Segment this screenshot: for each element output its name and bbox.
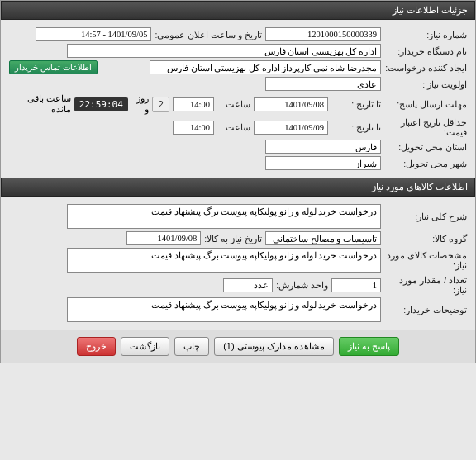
- priority-field[interactable]: [265, 77, 381, 91]
- resp-hour-field[interactable]: [173, 97, 214, 111]
- label-creator: ایجاد کننده درخواست:: [384, 63, 467, 73]
- need-date-field[interactable]: [126, 231, 201, 245]
- label-qty: تعداد / مقدار مورد نیاز:: [384, 275, 467, 295]
- label-to-date-2: تا تاریخ :: [331, 122, 381, 132]
- label-city: شهر محل تحویل:: [384, 159, 467, 168]
- need-info-header: جزئیات اطلاعات نیاز: [1, 1, 475, 20]
- label-days-and: روز و: [131, 93, 150, 115]
- label-priority: اولویت نیاز :: [384, 79, 467, 89]
- label-buyer-notes: توضیحات خریدار:: [384, 305, 467, 315]
- back-button[interactable]: بازگشت: [121, 337, 169, 356]
- buyer-notes-field[interactable]: [67, 297, 381, 322]
- announce-dt-field[interactable]: [36, 27, 151, 41]
- buyer-contact-button[interactable]: اطلاعات تماس خریدار: [9, 60, 98, 74]
- need-desc-field[interactable]: [67, 204, 381, 229]
- price-date-field[interactable]: [254, 121, 328, 135]
- countdown: 2 روز و 22:59:04 ساعت باقی مانده: [9, 93, 169, 115]
- creator-field[interactable]: [150, 60, 381, 74]
- label-hour-2: ساعت: [217, 122, 250, 132]
- label-resp-deadline: مهلت ارسال پاسخ:: [384, 99, 467, 109]
- label-goods-spec: مشخصات کالای مورد نیاز:: [384, 250, 467, 270]
- qty-field[interactable]: [331, 278, 381, 292]
- need-info-panel: شماره نیاز: تاریخ و ساعت اعلان عمومی: نا…: [1, 20, 475, 178]
- exit-button[interactable]: خروج: [77, 337, 116, 356]
- city-field[interactable]: [265, 156, 381, 170]
- price-hour-field[interactable]: [173, 121, 214, 135]
- goods-info-header: اطلاعات کالاهای مورد نیاز: [1, 178, 475, 197]
- label-need-date: تاریخ نیاز به کالا:: [204, 234, 262, 244]
- label-to-date-1: تا تاریخ :: [331, 99, 381, 109]
- reply-button[interactable]: پاسخ به نیاز: [339, 337, 399, 356]
- footer-toolbar: پاسخ به نیاز مشاهده مدارک پیوستی (1) چاپ…: [1, 330, 475, 363]
- label-price-valid: حداقل تاریخ اعتبار قیمت:: [384, 117, 467, 137]
- print-button[interactable]: چاپ: [174, 337, 209, 356]
- label-need-no: شماره نیاز:: [384, 30, 467, 40]
- label-remaining: ساعت باقی مانده: [9, 93, 71, 115]
- goods-spec-field[interactable]: [67, 248, 381, 273]
- need-no-field[interactable]: [265, 27, 381, 41]
- label-province: استان محل تحویل:: [384, 142, 467, 152]
- label-unit: واحد شمارش:: [276, 280, 328, 290]
- countdown-days: 2: [152, 97, 169, 112]
- buyer-org-field[interactable]: [67, 44, 381, 58]
- label-hour-1: ساعت: [217, 99, 250, 109]
- label-announce-dt: تاریخ و ساعت اعلان عمومی:: [155, 30, 262, 40]
- province-field[interactable]: [265, 140, 381, 154]
- goods-group-field[interactable]: [265, 231, 381, 245]
- label-buyer-org: نام دستگاه خریدار:: [384, 46, 467, 56]
- resp-date-field[interactable]: [254, 97, 328, 111]
- attachments-button[interactable]: مشاهده مدارک پیوستی (1): [214, 337, 334, 356]
- label-goods-group: گروه کالا:: [384, 234, 467, 244]
- unit-field[interactable]: [223, 278, 273, 292]
- goods-info-panel: شرح کلی نیاز: گروه کالا: تاریخ نیاز به ک…: [1, 197, 475, 330]
- label-need-desc: شرح کلی نیاز:: [384, 211, 467, 221]
- countdown-time: 22:59:04: [74, 97, 128, 111]
